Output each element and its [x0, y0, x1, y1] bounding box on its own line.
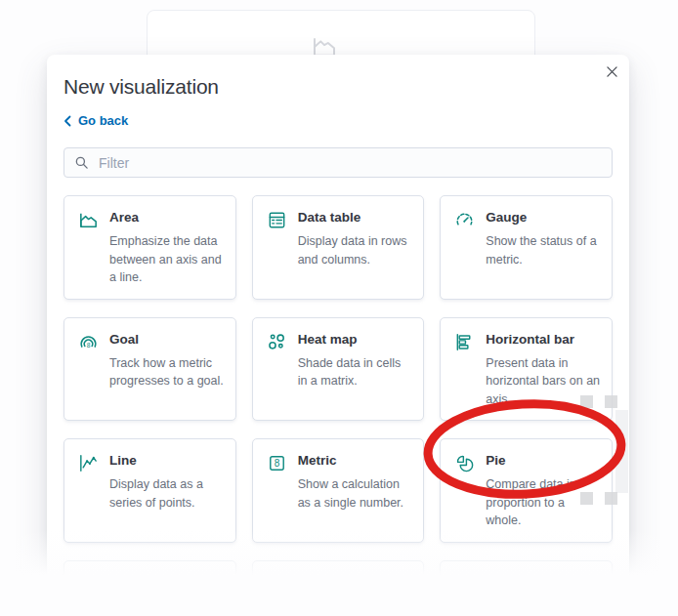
- metric-icon: 8: [266, 451, 289, 530]
- gauge-icon: [453, 208, 477, 287]
- go-back-label: Go back: [78, 113, 128, 129]
- heat-map-icon: [266, 330, 289, 409]
- viz-card-description: Shade data in cells in a matrix.: [298, 354, 414, 390]
- svg-text:8: 8: [274, 458, 279, 469]
- selection-handle: [605, 395, 617, 408]
- viz-card-title: Metric: [298, 452, 414, 470]
- area-chart-icon: [77, 208, 101, 287]
- viz-card-heat-map[interactable]: Heat map Shade data in cells in a matrix…: [252, 317, 425, 422]
- horizontal-bar-icon: [453, 330, 477, 409]
- viz-card-metric[interactable]: 8 Metric Show a calculation as a single …: [252, 438, 425, 543]
- viz-card-area[interactable]: Area Emphasize the data between an axis …: [64, 195, 236, 300]
- new-visualization-modal: New visualization Go back Area Emphasize…: [47, 55, 629, 616]
- line-chart-icon: [77, 451, 101, 530]
- page-title: New visualization: [64, 74, 613, 100]
- viz-card-line[interactable]: Line Display data as a series of points.: [64, 438, 236, 543]
- viz-card-description: Emphasize the data between an axis and a…: [109, 232, 226, 287]
- search-icon: [74, 155, 89, 170]
- filter-search-bar: [64, 147, 613, 178]
- viz-card-title: Tag cloud: [109, 574, 226, 592]
- tag-cloud-icon: [77, 573, 101, 616]
- viz-card-gauge[interactable]: Gauge Show the status of a metric.: [440, 195, 613, 300]
- viz-card-description: Show a calculation as a single number.: [298, 475, 414, 512]
- viz-card-description: Track how a metric progresses to a goal.: [109, 354, 226, 390]
- viz-card-title: Area: [109, 209, 226, 226]
- viz-card-pie[interactable]: Pie Compare data in proportion to a whol…: [440, 438, 613, 543]
- viz-card-title: Data table: [298, 209, 414, 226]
- timelion-face-icon: [266, 573, 289, 616]
- viz-card-title: Timelion: [298, 574, 414, 592]
- goal-gauge-icon: 8: [77, 330, 101, 409]
- viz-card-description: Display data as a series of points.: [109, 475, 226, 512]
- viz-card-data-table[interactable]: Data table Display data in rows and colu…: [252, 195, 425, 300]
- selection-handle: [580, 492, 593, 505]
- selection-handle: [580, 395, 593, 408]
- viz-card-title: Heat map: [298, 331, 414, 349]
- visualization-type-grid: Area Emphasize the data between an axis …: [64, 195, 613, 616]
- chevron-left-icon: [64, 115, 71, 127]
- viz-card-goal[interactable]: 8 Goal Track how a metric progresses to …: [64, 317, 236, 422]
- viz-card-timelion[interactable]: Timelion Show time series data on a grap…: [252, 560, 425, 616]
- data-table-icon: [266, 208, 289, 287]
- viz-card-title: Goal: [109, 331, 226, 349]
- viz-card-title: Horizontal bar: [486, 331, 602, 349]
- viz-card-description: Show time series data on a graph.: [298, 597, 414, 616]
- viz-card-vertical-bar[interactable]: Vertical bar Present data in vertical ba…: [440, 560, 613, 616]
- close-icon[interactable]: [603, 62, 620, 80]
- viz-card-title: Pie: [486, 452, 602, 470]
- viz-card-description: Display word frequency with font size.: [109, 597, 226, 616]
- vertical-bar-icon: [453, 573, 477, 616]
- selection-handle: [605, 492, 617, 505]
- viz-card-description: Display data in rows and columns.: [298, 232, 414, 268]
- viz-card-description: Show the status of a metric.: [486, 232, 602, 268]
- viz-card-description: Present data in vertical bars on an axis…: [486, 597, 602, 616]
- viz-card-title: Gauge: [486, 209, 602, 226]
- svg-text:8: 8: [87, 341, 91, 348]
- selection-edge-artifact: [615, 410, 628, 493]
- viz-card-tag-cloud[interactable]: Tag cloud Display word frequency with fo…: [64, 560, 236, 616]
- go-back-link[interactable]: Go back: [64, 113, 128, 129]
- viz-card-title: Line: [109, 452, 226, 470]
- viz-card-title: Vertical bar: [486, 574, 602, 592]
- filter-input[interactable]: [97, 154, 602, 172]
- pie-chart-icon: [453, 451, 477, 530]
